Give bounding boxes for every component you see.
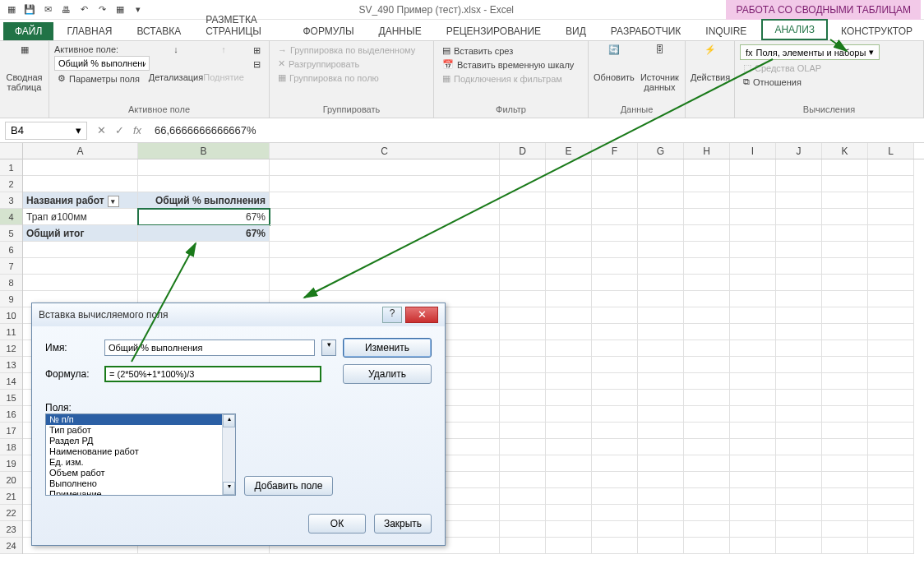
- row-header[interactable]: 18: [0, 439, 22, 455]
- undo-icon[interactable]: ↶: [76, 2, 92, 18]
- row-header[interactable]: 22: [0, 505, 22, 521]
- drill-up-button[interactable]: ↑Поднятие: [202, 44, 245, 82]
- fields-items-sets-button[interactable]: fxПоля, элементы и наборы▾: [740, 44, 880, 60]
- insert-slicer-button[interactable]: ▤Вставить срез: [439, 44, 577, 57]
- pivot-row-header[interactable]: Названия работ▾: [23, 192, 138, 209]
- col-header[interactable]: I: [730, 143, 776, 159]
- tab-design[interactable]: КОНСТРУКТОР: [829, 22, 924, 40]
- field-settings-button[interactable]: ⚙Параметры поля: [54, 72, 150, 85]
- list-item[interactable]: Раздел РД: [46, 436, 235, 446]
- formula-text[interactable]: 66,6666666666667%: [146, 124, 924, 136]
- row-header[interactable]: 20: [0, 472, 22, 488]
- formula-field-input[interactable]: [104, 366, 321, 382]
- row-header[interactable]: 21: [0, 488, 22, 505]
- row-header[interactable]: 17: [0, 423, 22, 439]
- scroll-down-icon[interactable]: ▾: [223, 482, 235, 495]
- select-all-corner[interactable]: [0, 143, 23, 159]
- cancel-formula-icon[interactable]: ✕: [92, 122, 110, 140]
- collapse-field-icon[interactable]: ⊟: [250, 58, 264, 71]
- ok-button[interactable]: ОК: [308, 514, 366, 534]
- dialog-titlebar[interactable]: Вставка вычисляемого поля ? ✕: [32, 303, 445, 326]
- col-header[interactable]: G: [638, 143, 684, 159]
- fields-listbox[interactable]: № п/п Тип работ Раздел РД Наименование р…: [45, 413, 236, 496]
- pivot-total-value[interactable]: 67%: [138, 225, 270, 242]
- pivot-wizard-icon[interactable]: ▦: [112, 2, 128, 18]
- row-header[interactable]: 9: [0, 291, 22, 307]
- row-header[interactable]: 13: [0, 357, 22, 373]
- row-header[interactable]: 10: [0, 307, 22, 324]
- redo-icon[interactable]: ↷: [94, 2, 110, 18]
- tab-insert[interactable]: ВСТАВКА: [125, 22, 192, 40]
- row-header[interactable]: 11: [0, 324, 22, 340]
- tab-layout[interactable]: РАЗМЕТКА СТРАНИЦЫ: [194, 11, 289, 40]
- scroll-up-icon[interactable]: ▴: [223, 414, 235, 427]
- listbox-scrollbar[interactable]: ▴ ▾: [222, 414, 235, 495]
- drill-down-button[interactable]: ↓Детализация: [155, 44, 197, 82]
- cancel-button[interactable]: Закрыть: [374, 514, 432, 534]
- col-header[interactable]: L: [868, 143, 914, 159]
- print-icon[interactable]: 🖶: [58, 2, 74, 18]
- data-source-button[interactable]: 🗄Источник данных: [640, 44, 680, 92]
- enter-formula-icon[interactable]: ✓: [110, 122, 128, 140]
- row-header[interactable]: 6: [0, 242, 22, 258]
- tab-home[interactable]: ГЛАВНАЯ: [55, 22, 123, 40]
- list-item[interactable]: Примечание: [46, 489, 235, 496]
- tab-view[interactable]: ВИД: [554, 22, 598, 40]
- add-field-button[interactable]: Добавить поле: [244, 476, 333, 496]
- pivot-value-header[interactable]: Общий % выполнения: [138, 192, 270, 209]
- change-button[interactable]: Изменить: [343, 338, 432, 358]
- row-header[interactable]: 15: [0, 390, 22, 406]
- list-item[interactable]: Тип работ: [46, 425, 235, 436]
- col-header[interactable]: F: [592, 143, 638, 159]
- excel-icon[interactable]: ▦: [3, 2, 20, 18]
- row-header[interactable]: 19: [0, 455, 22, 472]
- col-header[interactable]: E: [546, 143, 592, 159]
- row-header[interactable]: 3: [0, 192, 22, 209]
- tab-inquire[interactable]: INQUIRE: [694, 22, 758, 40]
- row-header[interactable]: 5: [0, 225, 22, 242]
- tab-review[interactable]: РЕЦЕНЗИРОВАНИЕ: [435, 22, 552, 40]
- col-header[interactable]: A: [23, 143, 138, 159]
- fx-icon[interactable]: fx: [128, 122, 146, 140]
- col-header[interactable]: H: [684, 143, 730, 159]
- actions-button[interactable]: ⚡Действия: [691, 44, 730, 82]
- row-header[interactable]: 16: [0, 406, 22, 423]
- expand-field-icon[interactable]: ⊞: [250, 44, 264, 57]
- col-header[interactable]: D: [500, 143, 546, 159]
- list-item[interactable]: Ед. изм.: [46, 457, 235, 468]
- active-cell[interactable]: 67%: [138, 209, 270, 225]
- name-dropdown-icon[interactable]: ▾: [321, 340, 336, 356]
- row-header[interactable]: 23: [0, 521, 22, 538]
- col-header[interactable]: B: [138, 143, 270, 159]
- delete-button[interactable]: Удалить: [343, 364, 432, 384]
- row-header[interactable]: 12: [0, 340, 22, 357]
- list-item[interactable]: № п/п: [46, 414, 235, 425]
- refresh-button[interactable]: 🔄Обновить: [594, 44, 635, 82]
- save-icon[interactable]: 💾: [21, 2, 38, 18]
- pivot-table-button[interactable]: ▦Сводная таблица: [5, 44, 44, 92]
- name-box[interactable]: B4▾: [5, 122, 87, 140]
- dialog-close-button[interactable]: ✕: [405, 307, 438, 323]
- col-header[interactable]: C: [270, 143, 500, 159]
- tab-data[interactable]: ДАННЫЕ: [367, 22, 433, 40]
- tab-analyze[interactable]: АНАЛИЗ: [761, 19, 828, 40]
- pivot-total-label[interactable]: Общий итог: [23, 225, 138, 242]
- list-item[interactable]: Выполнено: [46, 478, 235, 489]
- row-header[interactable]: 2: [0, 176, 22, 192]
- row-header[interactable]: 8: [0, 275, 22, 291]
- qat-dropdown-icon[interactable]: ▾: [130, 2, 146, 18]
- row-header[interactable]: 1: [0, 159, 22, 176]
- list-item[interactable]: Объем работ: [46, 468, 235, 478]
- col-header[interactable]: J: [776, 143, 822, 159]
- email-icon[interactable]: ✉: [39, 2, 56, 18]
- relationships-button[interactable]: ⧉Отношения: [740, 76, 880, 88]
- dialog-help-button[interactable]: ?: [382, 307, 402, 323]
- row-header[interactable]: 24: [0, 538, 22, 554]
- tab-developer[interactable]: РАЗРАБОТЧИК: [599, 22, 693, 40]
- list-item[interactable]: Наименование работ: [46, 446, 235, 457]
- pivot-row-label[interactable]: Трап ø100мм: [23, 209, 138, 225]
- tab-file[interactable]: ФАЙЛ: [3, 22, 53, 40]
- insert-timeline-button[interactable]: 📅Вставить временную шкалу: [439, 58, 577, 71]
- tab-formulas[interactable]: ФОРМУЛЫ: [292, 22, 366, 40]
- col-header[interactable]: K: [822, 143, 868, 159]
